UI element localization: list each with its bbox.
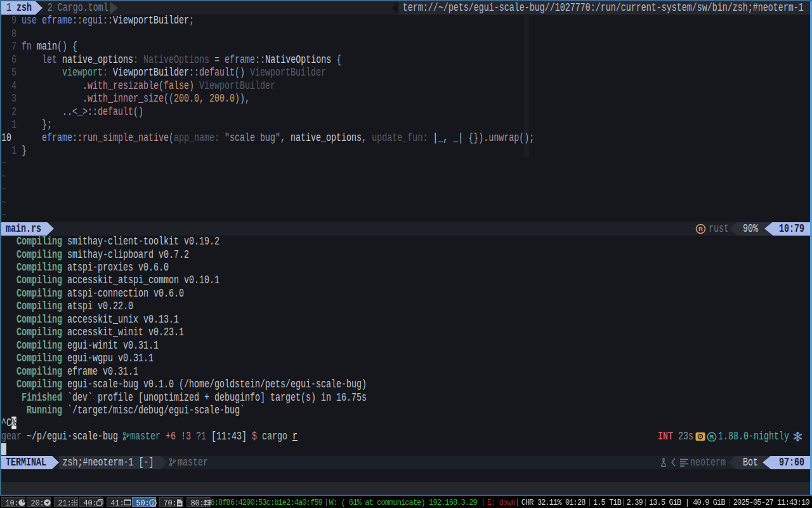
svg-text:?: ? — [152, 500, 155, 505]
